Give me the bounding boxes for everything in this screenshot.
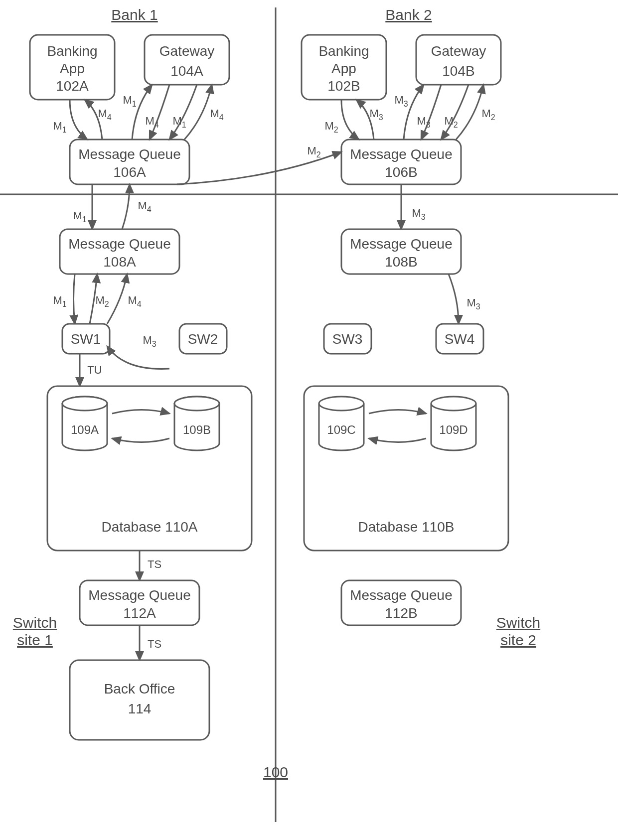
m3-label-gwB1: M3: [394, 94, 408, 108]
banking-app-b-l1: Banking: [318, 43, 369, 59]
m1-label-down: M1: [73, 209, 86, 224]
back-office-l1: Back Office: [104, 681, 175, 697]
arrow-gwA-to-106A-1: [150, 85, 169, 140]
mq-112b-l1: Message Queue: [350, 587, 452, 603]
arrow-sw1-108A-m4: [107, 274, 127, 324]
arrow-gwA-to-106A-2: [169, 85, 197, 140]
tu-label: TU: [87, 364, 102, 376]
m4-label-gwA1: M4: [145, 115, 158, 129]
m2-sw1: M2: [95, 294, 109, 308]
arrow-106A-to-gwA-1: [132, 85, 152, 140]
mq-112b-l2: 112B: [385, 605, 417, 621]
m1-label-gwA2: M1: [172, 115, 186, 129]
m4-sw1: M4: [128, 294, 141, 308]
gateway-b-l1: Gateway: [431, 43, 486, 59]
banking-app-a-l1: Banking: [47, 43, 97, 59]
mq-106b-l1: Message Queue: [350, 146, 452, 162]
svg-text:Database 110A: Database 110A: [101, 519, 197, 535]
m2-label-appB: M2: [324, 120, 338, 134]
mq-108b-l2: 108B: [385, 254, 417, 270]
m3-to-sw1-label: M3: [143, 334, 156, 348]
arrow-gwB-106B-1: [421, 85, 441, 140]
sw3-label: SW3: [332, 331, 363, 347]
svg-point-2: [62, 397, 107, 411]
cylinder-109a: 109A: [62, 397, 107, 450]
m2-label-gwB2: M2: [481, 107, 495, 122]
banking-app-a-l2: App: [60, 61, 85, 76]
mq-108a-l1: Message Queue: [68, 236, 170, 252]
m4-label-1: M4: [98, 107, 111, 122]
arrow-gwB-106B-2: [441, 85, 468, 140]
m1-label-gwA: M1: [123, 94, 136, 108]
m4-label-gwA2: M4: [210, 107, 223, 122]
mq-106b-l2: 106B: [385, 164, 417, 180]
arrow-appA-to-106A: [70, 100, 87, 140]
arrow-106A-to-gwA-2: [184, 85, 212, 140]
banking-app-b-l3: 102B: [327, 78, 360, 94]
back-office-l2: 114: [128, 701, 152, 716]
m2-label-gwB1: M2: [444, 115, 458, 129]
arrow-106B-gwB-1: [404, 85, 424, 140]
back-office: [70, 660, 209, 740]
mq-112a-l1: Message Queue: [88, 587, 190, 603]
arrow-108B-sw4: [449, 274, 459, 324]
cylinder-109c: 109C: [319, 397, 364, 450]
sw1-label: SW1: [71, 331, 101, 347]
arrow-106B-to-appB: [356, 100, 374, 140]
arrow-108A-sw1-m1: [74, 274, 75, 324]
bank1-header: Bank 1: [111, 6, 157, 23]
gateway-b-l2: 104B: [442, 63, 474, 79]
arrow-106B-gwB-2: [456, 85, 483, 140]
banking-app-b-l2: App: [331, 61, 356, 76]
svg-point-5: [174, 397, 219, 411]
arrow-108A-106A-up: [122, 184, 130, 229]
m3-label-appB: M3: [369, 107, 383, 122]
ts-label-1: TS: [148, 558, 161, 570]
db-110b-l1: Database: [358, 519, 418, 535]
m4-label-up: M4: [138, 199, 151, 214]
cylinder-109d: 109D: [431, 397, 476, 450]
mq-106a-l1: Message Queue: [78, 146, 180, 162]
bank2-header: Bank 2: [385, 6, 432, 23]
db-110a-l2: 110A: [165, 519, 198, 535]
banking-app-a-l3: 102A: [56, 78, 89, 94]
svg-text:109B: 109B: [183, 423, 211, 436]
gateway-a-l1: Gateway: [159, 43, 215, 59]
sw4-label: SW4: [445, 331, 475, 347]
m2-cross-label: M2: [307, 144, 320, 159]
switch-site-1-l1: Switch: [13, 614, 57, 631]
mq-112a-l2: 112A: [123, 605, 156, 621]
svg-point-10: [431, 397, 476, 411]
m1-label-1: M1: [53, 120, 66, 134]
svg-text:109A: 109A: [71, 423, 99, 436]
m3-down-label: M3: [412, 207, 425, 221]
mq-106a-l2: 106A: [113, 164, 146, 180]
cylinder-109b: 109B: [174, 397, 219, 450]
svg-text:109C: 109C: [327, 423, 355, 436]
arrow-106A-to-appA: [85, 100, 102, 140]
svg-text:109D: 109D: [439, 423, 467, 436]
arrow-m3-to-sw1: [107, 346, 169, 369]
svg-point-8: [319, 397, 364, 411]
sw2-label: SW2: [188, 331, 218, 347]
mq-108b-l1: Message Queue: [350, 236, 452, 252]
svg-text:Database 110B: Database 110B: [358, 519, 454, 535]
mq-108a-l2: 108A: [103, 254, 136, 270]
figure-ref: 100: [263, 764, 288, 780]
switch-site-2-l1: Switch: [496, 614, 540, 631]
m3-label-gwB2: M3: [417, 115, 430, 129]
db-110a-l1: Database: [101, 519, 161, 535]
ts-label-2: TS: [148, 638, 161, 650]
arrow-appB-to-106B: [341, 100, 359, 140]
switch-site-1-l2: site 1: [17, 632, 53, 648]
m1-sw1: M1: [53, 294, 66, 308]
db-110b-l2: 110B: [422, 519, 454, 535]
switch-site-2-l2: site 2: [500, 632, 536, 648]
m3-to-sw4: M3: [466, 296, 480, 311]
gateway-a-l2: 104A: [170, 63, 203, 79]
